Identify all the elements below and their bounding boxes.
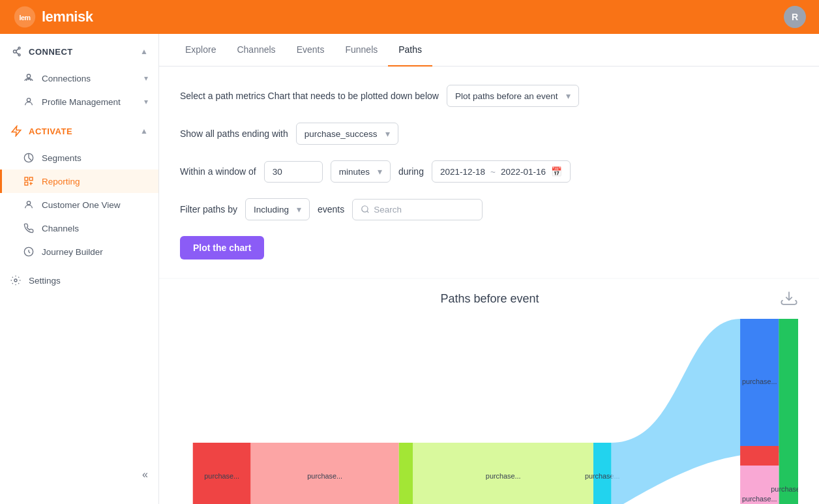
logo: lem lemnisk [13, 5, 93, 29]
profile-chevron: ▾ [144, 97, 148, 106]
tab-channels[interactable]: Channels [226, 34, 286, 67]
sankey-chart: purchase... purchase... purchase... purc… [180, 316, 798, 504]
tab-funnels[interactable]: Funnels [335, 34, 388, 67]
search-icon [361, 205, 370, 214]
label-n1: purchase... [204, 472, 239, 480]
sidebar-item-reporting[interactable]: Reporting [0, 170, 158, 193]
svg-line-6 [16, 52, 19, 54]
channels-icon [23, 223, 34, 233]
date-separator: ~ [490, 167, 496, 177]
label-n5: purchase... [742, 378, 777, 385]
svg-rect-11 [29, 177, 33, 181]
plot-button[interactable]: Plot the chart [180, 236, 264, 259]
segment-green-thin [399, 443, 413, 504]
tab-explore[interactable]: Explore [175, 34, 226, 67]
event-caret: ▾ [385, 128, 390, 139]
row4-label2: events [318, 204, 344, 215]
calendar-icon: 📅 [551, 166, 562, 177]
settings-label: Settings [29, 276, 61, 286]
filter-value: Including [254, 205, 289, 215]
svg-rect-12 [25, 182, 28, 185]
main-content: Explore Channels Events Funnels Paths Se… [159, 34, 819, 504]
svg-line-5 [16, 49, 19, 51]
svg-point-3 [18, 47, 20, 49]
avatar[interactable]: R [784, 6, 806, 28]
tabs-bar: Explore Channels Events Funnels Paths [159, 34, 819, 67]
sidebar-item-connections[interactable]: Connections ▾ [0, 67, 158, 90]
profile-management-label: Profile Management [42, 97, 121, 107]
connect-title: CONNECT [29, 47, 73, 57]
svg-point-16 [362, 206, 368, 212]
row2-label: Show all paths ending with [180, 128, 288, 139]
tab-events[interactable]: Events [286, 34, 335, 67]
filter-dropdown[interactable]: Including ▾ [245, 198, 310, 220]
form-row-2: Show all paths ending with purchase_succ… [180, 123, 798, 145]
segments-label: Segments [42, 153, 82, 163]
connect-chevron: ▲ [140, 47, 148, 56]
svg-point-15 [14, 279, 17, 282]
app-name: lemnisk [42, 8, 93, 25]
connections-chevron: ▾ [144, 74, 148, 83]
tab-paths[interactable]: Paths [388, 34, 432, 67]
window-input[interactable] [264, 161, 323, 183]
bar-red-right [740, 446, 779, 466]
filter-caret: ▾ [297, 204, 301, 215]
profile-icon [23, 96, 34, 107]
activate-title: ACTIVATE [29, 126, 72, 136]
date-range-picker[interactable]: 2021-12-18 ~ 2022-01-16 📅 [432, 160, 571, 183]
customer-one-view-label: Customer One View [42, 200, 121, 210]
connect-section-header[interactable]: CONNECT ▲ [0, 34, 158, 67]
row1-label: Select a path metrics Chart that needs t… [180, 91, 439, 101]
connections-label: Connections [42, 74, 91, 83]
svg-text:lem: lem [19, 14, 30, 22]
label-n6: purchase... [771, 485, 798, 493]
chart-title: Paths before event [200, 292, 780, 306]
event-value: purchase_success [305, 129, 378, 139]
date-end: 2022-01-16 [501, 167, 546, 177]
sidebar-item-journey-builder[interactable]: Journey Builder [0, 240, 158, 263]
unit-dropdown[interactable]: minutes ▾ [331, 160, 391, 183]
connections-icon [23, 73, 34, 83]
sidebar: CONNECT ▲ Connections ▾ Profile Manageme… [0, 34, 159, 504]
segments-icon [23, 153, 34, 163]
chart-area: Paths before event [159, 279, 819, 504]
label-n2: purchase... [307, 472, 342, 480]
row3-label1: Within a window of [180, 166, 256, 177]
customer-one-view-icon [23, 200, 34, 210]
sidebar-item-settings[interactable]: Settings [0, 269, 158, 292]
row3-label2: during [398, 166, 424, 177]
row4-label: Filter paths by [180, 204, 237, 215]
journey-builder-label: Journey Builder [42, 247, 103, 257]
download-icon[interactable] [780, 289, 798, 308]
chart-type-dropdown[interactable]: Plot paths before an event ▾ [447, 85, 579, 107]
settings-icon [10, 275, 21, 286]
sidebar-item-customer-one-view[interactable]: Customer One View [0, 193, 158, 216]
bar-green [779, 319, 798, 504]
sidebar-item-profile-management[interactable]: Profile Management ▾ [0, 90, 158, 113]
sidebar-item-segments[interactable]: Segments [0, 146, 158, 170]
activate-icon [10, 125, 22, 137]
svg-point-13 [27, 201, 30, 205]
svg-point-7 [27, 74, 30, 78]
form-row-1: Select a path metrics Chart that needs t… [180, 85, 798, 107]
collapse-button[interactable]: « [142, 469, 148, 481]
svg-line-17 [367, 211, 369, 213]
form-row-4: Filter paths by Including ▾ events Searc… [180, 198, 798, 220]
journey-builder-icon [23, 246, 34, 257]
unit-caret: ▾ [378, 166, 382, 177]
channels-label: Channels [42, 224, 79, 233]
activate-section-header[interactable]: ACTIVATE ▲ [0, 113, 158, 146]
svg-point-8 [27, 98, 30, 102]
search-box[interactable]: Search [352, 199, 483, 220]
label-n7: purchase... [742, 495, 777, 503]
activate-chevron: ▲ [140, 126, 148, 136]
search-placeholder: Search [374, 205, 402, 215]
event-dropdown[interactable]: purchase_success ▾ [296, 123, 398, 145]
topbar: lem lemnisk R [0, 0, 819, 34]
label-n3: purchase... [486, 472, 521, 480]
unit-value: minutes [339, 167, 370, 177]
sidebar-item-channels[interactable]: Channels [0, 216, 158, 240]
reporting-icon [23, 176, 34, 186]
connect-icon [10, 46, 22, 57]
svg-rect-10 [25, 177, 28, 181]
